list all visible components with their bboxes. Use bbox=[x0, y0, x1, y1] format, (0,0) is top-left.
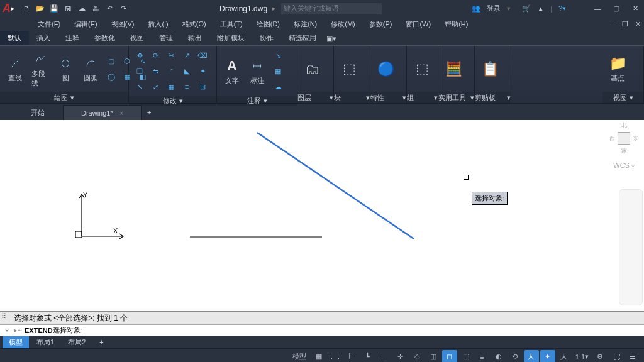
tab-insert[interactable]: 插入 bbox=[29, 31, 58, 45]
status-model[interactable]: 模型 bbox=[289, 350, 310, 363]
scale-button[interactable]: 1:1 ▾ bbox=[573, 350, 591, 363]
leader-icon[interactable]: ↘ bbox=[271, 48, 285, 62]
saveas-icon[interactable]: 🖫 bbox=[62, 3, 74, 15]
tool-dim[interactable]: 标注 bbox=[246, 56, 269, 87]
ltab-model[interactable]: 模型 bbox=[3, 336, 29, 348]
menu-window[interactable]: 窗口(W) bbox=[399, 18, 437, 30]
tab-param[interactable]: 参数化 bbox=[87, 31, 123, 45]
trim-icon[interactable]: ✂ bbox=[164, 48, 178, 62]
doc-minimize-icon[interactable]: — bbox=[606, 18, 619, 30]
tool-base[interactable]: 📁基点 bbox=[606, 53, 629, 84]
ortho-icon[interactable]: ∟ bbox=[377, 350, 392, 363]
tab-manage[interactable]: 管理 bbox=[152, 31, 180, 45]
tab-annotate[interactable]: 注释 bbox=[58, 31, 87, 45]
table-icon[interactable]: ▦ bbox=[271, 64, 285, 78]
stretch-icon[interactable]: ⤡ bbox=[133, 80, 147, 94]
offset-icon[interactable]: ≡ bbox=[180, 80, 194, 94]
menu-format[interactable]: 格式(O) bbox=[176, 18, 213, 30]
tool-layers[interactable]: 🗂 bbox=[301, 59, 324, 79]
draw-icon-1[interactable]: ▢ bbox=[104, 54, 118, 68]
menu-file[interactable]: 文件(F) bbox=[31, 18, 67, 30]
ann3-icon[interactable]: 人 bbox=[557, 350, 572, 363]
tool-polyline[interactable]: 多段线 bbox=[29, 49, 52, 89]
login-button[interactable]: 登录 bbox=[487, 4, 501, 13]
dyn-icon[interactable]: ┗ bbox=[360, 350, 375, 363]
close-icon[interactable]: ✕ bbox=[629, 3, 641, 15]
drawing-canvas[interactable]: Y X 选择对象: 北 西东 家 WCS ▿ bbox=[0, 120, 644, 311]
chamfer-icon[interactable]: ◣ bbox=[180, 64, 194, 78]
iso-icon[interactable]: ◇ bbox=[409, 350, 425, 363]
tool-block[interactable]: ⬚ bbox=[338, 59, 360, 79]
undo-icon[interactable]: ↶ bbox=[103, 3, 116, 15]
lw-icon[interactable]: ≡ bbox=[475, 350, 490, 363]
cycle-icon[interactable]: ⟲ bbox=[508, 350, 523, 363]
signin-icon[interactable]: 👥 bbox=[472, 4, 480, 13]
tab-view[interactable]: 视图 bbox=[123, 31, 152, 45]
tab-collab[interactable]: 协作 bbox=[252, 31, 281, 45]
transp-icon[interactable]: ◐ bbox=[491, 350, 506, 363]
tool-line[interactable]: 直线 bbox=[4, 53, 26, 84]
cloud-icon[interactable]: ☁ bbox=[271, 80, 285, 94]
menu-insert[interactable]: 插入(I) bbox=[142, 18, 174, 30]
redo-icon[interactable]: ↷ bbox=[117, 3, 130, 15]
tool-arc[interactable]: 圆弧 bbox=[79, 53, 102, 84]
menu-params[interactable]: 参数(P) bbox=[363, 18, 399, 30]
menu-modify[interactable]: 修改(M) bbox=[325, 18, 362, 30]
save-icon[interactable]: 💾 bbox=[48, 3, 60, 15]
polar-icon[interactable]: ✛ bbox=[393, 350, 408, 363]
menu-annotate[interactable]: 标注(N) bbox=[287, 18, 323, 30]
menu-tools[interactable]: 工具(T) bbox=[214, 18, 249, 30]
custom-icon[interactable]: ☰ bbox=[625, 350, 640, 363]
navigation-bar[interactable] bbox=[619, 189, 643, 305]
tab-default[interactable]: 默认 bbox=[0, 31, 29, 45]
tab-drawing[interactable]: Drawing1*× bbox=[63, 105, 142, 120]
search-input[interactable]: 键入关键字或短语 bbox=[281, 3, 382, 14]
tab-addon[interactable]: 附加模块 bbox=[209, 31, 252, 45]
menu-edit[interactable]: 编辑(E) bbox=[68, 18, 104, 30]
ltab-layout2[interactable]: 布局2 bbox=[62, 336, 92, 348]
menu-help[interactable]: 帮助(H) bbox=[438, 18, 474, 30]
grid-icon[interactable]: ▦ bbox=[311, 350, 326, 363]
app-logo[interactable]: A▸ bbox=[3, 2, 19, 16]
tool-props[interactable]: 🔵 bbox=[374, 59, 397, 79]
rotate-icon[interactable]: ⟳ bbox=[148, 48, 162, 62]
array-icon[interactable]: ▦ bbox=[164, 80, 178, 94]
web-icon[interactable]: ☁ bbox=[75, 3, 88, 15]
osnap2-icon[interactable]: ◻ bbox=[442, 350, 457, 363]
tool-group[interactable]: ⬚ bbox=[411, 59, 433, 79]
extend-icon[interactable]: ↗ bbox=[180, 48, 194, 62]
doc-close-icon[interactable]: ✕ bbox=[631, 18, 644, 30]
doc-restore-icon[interactable]: ❐ bbox=[619, 18, 631, 30]
open-icon[interactable]: 📂 bbox=[34, 3, 47, 15]
explode-icon[interactable]: ✦ bbox=[196, 64, 209, 78]
tool-util[interactable]: 🧮 bbox=[442, 59, 465, 79]
tool-circle[interactable]: 圆 bbox=[54, 53, 77, 84]
osnap-icon[interactable]: ◫ bbox=[426, 350, 441, 363]
ann-icon[interactable]: 人 bbox=[524, 350, 539, 363]
maximize-icon[interactable]: ▢ bbox=[610, 3, 623, 15]
align-icon[interactable]: ⊞ bbox=[196, 80, 209, 94]
tab-start[interactable]: 开始 bbox=[13, 105, 63, 120]
erase-icon[interactable]: ⌫ bbox=[196, 48, 209, 62]
viewcube-icon[interactable] bbox=[618, 132, 630, 145]
ann2-icon[interactable]: ✦ bbox=[540, 350, 555, 363]
new-icon[interactable]: 🗋 bbox=[20, 3, 33, 15]
tab-add-button[interactable]: + bbox=[142, 105, 157, 120]
menu-view[interactable]: 视图(V) bbox=[105, 18, 141, 30]
command-input[interactable]: × ▸┄ EXTEND 选择对象: bbox=[0, 324, 644, 336]
3dosnap-icon[interactable]: ⬚ bbox=[458, 350, 474, 363]
copy-icon[interactable]: ❐ bbox=[133, 64, 147, 78]
tab-featured[interactable]: 精选应用 bbox=[281, 31, 324, 45]
tool-clip[interactable]: 📋 bbox=[479, 59, 501, 79]
mirror-icon[interactable]: ⇋ bbox=[148, 64, 162, 78]
help-icon[interactable]: ?▾ bbox=[558, 4, 566, 13]
infer-icon[interactable]: ⊢ bbox=[344, 350, 359, 363]
cmd-close-icon[interactable]: × bbox=[3, 327, 11, 334]
app-icon[interactable]: ▲ bbox=[537, 5, 544, 13]
menu-draw[interactable]: 绘图(D) bbox=[250, 18, 286, 30]
ribbon-expand-icon[interactable]: ▣▾ bbox=[324, 32, 339, 45]
max-icon[interactable]: ⛶ bbox=[609, 350, 624, 363]
ltab-layout1[interactable]: 布局1 bbox=[30, 336, 60, 348]
scale-icon[interactable]: ⤢ bbox=[148, 80, 162, 94]
gear-icon[interactable]: ⚙ bbox=[592, 350, 608, 363]
